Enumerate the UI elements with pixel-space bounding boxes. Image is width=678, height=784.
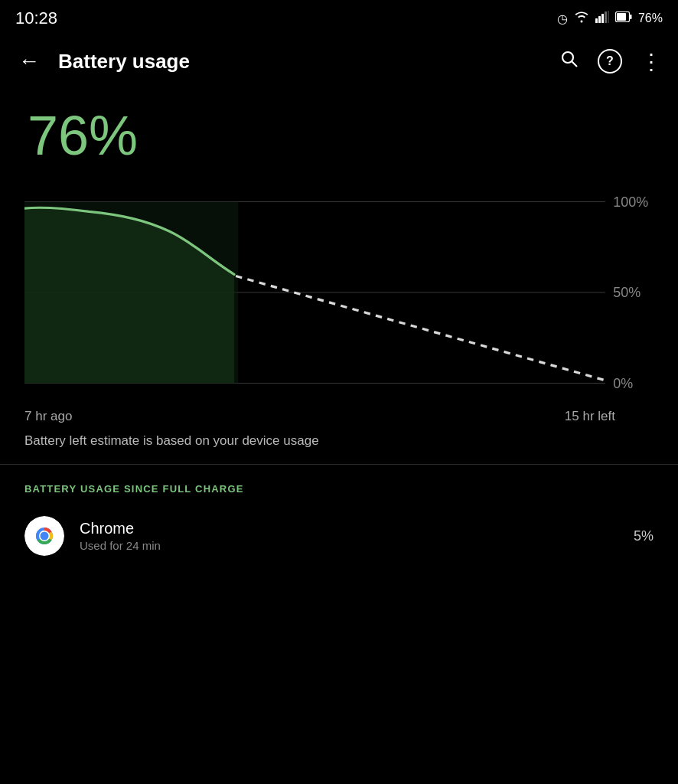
svg-line-9 xyxy=(572,62,578,67)
chart-time-labels: 7 hr ago 15 hr left xyxy=(24,406,654,424)
svg-rect-7 xyxy=(630,15,632,19)
svg-rect-4 xyxy=(608,11,609,23)
svg-text:0%: 0% xyxy=(613,376,633,391)
svg-point-8 xyxy=(562,52,573,63)
back-button[interactable]: ← xyxy=(12,43,46,80)
wifi-icon xyxy=(574,11,589,26)
battery-status-text: 76% xyxy=(638,11,663,25)
chart-time-start: 7 hr ago xyxy=(24,409,72,424)
chart-svg: 100% 50% 0% xyxy=(24,185,654,400)
estimate-text: Battery left estimate is based on your d… xyxy=(24,433,654,449)
svg-point-23 xyxy=(41,532,49,541)
chrome-info: Chrome Used for 24 min xyxy=(80,520,618,552)
main-content: 76% 100% 50% 0% 7 hr ago 15 hr left xyxy=(0,89,678,577)
usage-section-header: BATTERY USAGE SINCE FULL CHARGE xyxy=(24,483,654,495)
more-options-button[interactable]: ⋮ xyxy=(637,46,666,77)
section-divider xyxy=(0,464,678,465)
svg-rect-0 xyxy=(595,18,598,23)
svg-rect-1 xyxy=(598,16,601,23)
alarm-icon: ◷ xyxy=(557,11,568,26)
chrome-name: Chrome xyxy=(80,520,618,537)
app-item-chrome[interactable]: Chrome Used for 24 min 5% xyxy=(24,510,654,562)
svg-rect-3 xyxy=(605,11,607,23)
svg-rect-6 xyxy=(617,13,626,21)
chrome-icon xyxy=(24,516,64,556)
battery-status-icon xyxy=(615,11,632,25)
svg-text:100%: 100% xyxy=(613,194,648,210)
chrome-percent: 5% xyxy=(634,528,654,544)
search-button[interactable] xyxy=(556,46,582,77)
battery-chart: 100% 50% 0% xyxy=(24,185,654,400)
app-bar-actions: ? ⋮ xyxy=(556,46,666,77)
chart-time-end: 15 hr left xyxy=(565,409,615,424)
svg-rect-14 xyxy=(24,202,238,384)
chrome-usage: Used for 24 min xyxy=(80,539,618,552)
svg-rect-2 xyxy=(601,14,604,23)
signal-icon xyxy=(595,11,609,26)
help-button[interactable]: ? xyxy=(598,49,622,74)
status-time: 10:28 xyxy=(15,8,57,28)
page-title: Battery usage xyxy=(58,50,544,74)
battery-percentage: 76% xyxy=(28,104,654,167)
app-bar: ← Battery usage ? ⋮ xyxy=(0,34,678,89)
status-icons: ◷ 76% xyxy=(557,11,663,26)
status-bar: 10:28 ◷ 76% xyxy=(0,0,678,34)
svg-text:50%: 50% xyxy=(613,285,641,300)
